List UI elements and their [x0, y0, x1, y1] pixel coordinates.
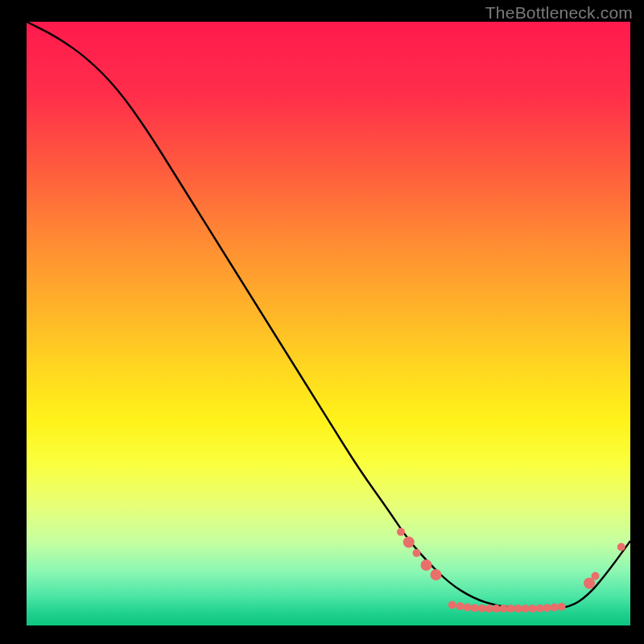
data-point: [431, 569, 442, 580]
data-point: [464, 604, 472, 612]
data-point: [448, 601, 456, 609]
data-point: [551, 604, 559, 612]
data-point: [456, 602, 464, 610]
data-point: [592, 572, 600, 580]
data-point: [536, 605, 544, 613]
watermark-text: TheBottleneck.com: [485, 3, 633, 23]
data-point: [558, 603, 566, 611]
data-point: [514, 605, 522, 613]
data-point: [543, 604, 551, 612]
data-point: [413, 549, 421, 557]
data-point: [617, 543, 625, 551]
data-point: [421, 559, 432, 571]
data-point: [397, 528, 405, 536]
plot-area: [27, 22, 630, 625]
data-point: [403, 537, 415, 548]
data-point: [493, 605, 501, 613]
data-point: [478, 605, 486, 613]
data-point: [522, 605, 530, 613]
data-point: [507, 605, 515, 613]
data-point: [529, 605, 537, 613]
chart-stage: TheBottleneck.com: [0, 0, 644, 644]
data-point: [485, 605, 493, 613]
data-point: [471, 604, 479, 612]
marker-group: [397, 528, 625, 613]
bottleneck-curve: [27, 22, 630, 609]
data-point: [500, 605, 508, 613]
curve-layer: [27, 22, 630, 625]
